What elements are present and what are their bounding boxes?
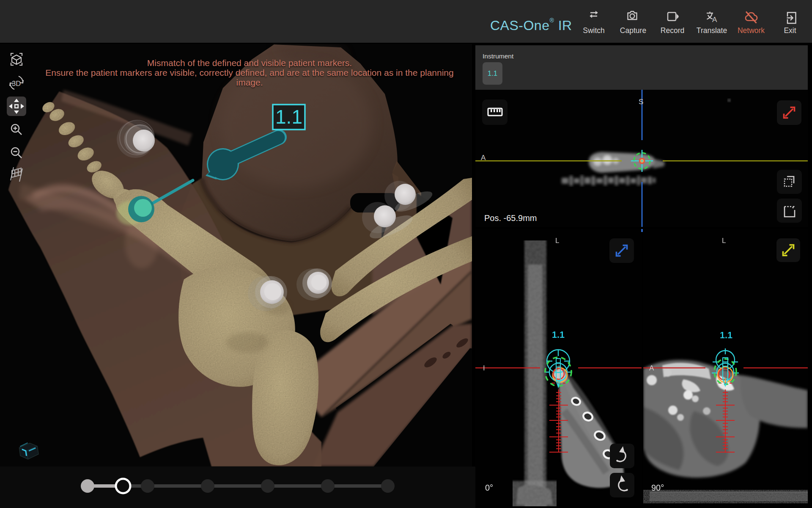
svg-text:A: A [481, 154, 486, 162]
svg-text:L: L [555, 237, 559, 245]
svg-text:1.1: 1.1 [275, 106, 302, 128]
svg-text:Pos. -65.9mm: Pos. -65.9mm [484, 213, 537, 223]
svg-text:A: A [649, 364, 654, 372]
svg-text:1.1: 1.1 [720, 330, 732, 340]
svg-text:S: S [639, 98, 643, 106]
svg-text:0°: 0° [485, 483, 493, 492]
svg-text:I: I [483, 364, 485, 372]
svg-text:1.1: 1.1 [552, 330, 565, 340]
svg-text:90°: 90° [651, 483, 664, 492]
svg-text:L: L [722, 237, 726, 245]
svg-text:A: A [712, 16, 717, 24]
